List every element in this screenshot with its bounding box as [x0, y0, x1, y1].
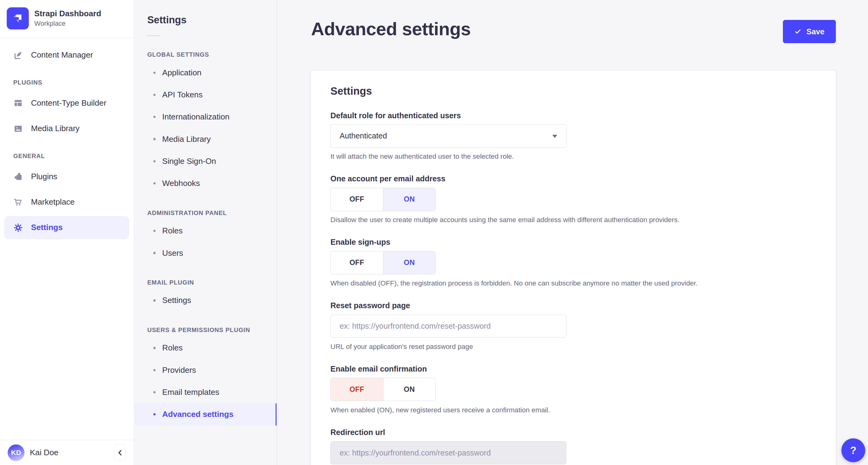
save-button[interactable]: Save	[783, 20, 836, 43]
subnav-item-webhooks[interactable]: Webhooks	[134, 172, 277, 195]
sign-ups-toggle-off[interactable]: OFF	[331, 252, 383, 274]
puzzle-icon	[13, 172, 23, 182]
bullet-icon	[153, 160, 156, 162]
main-sidebar: Strapi Dashboard Workplace Content Manag…	[0, 0, 134, 465]
field-reset-password: Reset password page URL of your applicat…	[330, 301, 816, 351]
subnav-item-label: Media Library	[162, 135, 211, 144]
field-label: Enable sign-ups	[330, 238, 816, 246]
email-confirmation-toggle-on[interactable]: ON	[383, 378, 435, 401]
save-button-label: Save	[806, 27, 825, 36]
field-hint: When disabled (OFF), the registration pr…	[330, 279, 816, 287]
field-label: Enable email confirmation	[330, 365, 816, 373]
subnav-section-global-settings: GLOBAL SETTINGS	[134, 51, 277, 62]
subnav-item-providers[interactable]: Providers	[134, 359, 277, 381]
card-title: Settings	[330, 85, 816, 97]
subnav-title: Settings	[134, 0, 277, 26]
subnav-item-label: Single Sign-On	[162, 156, 216, 166]
bullet-icon	[153, 182, 156, 184]
default-role-select[interactable]: Authenticated	[330, 124, 566, 148]
gear-icon	[13, 223, 23, 233]
bullet-icon	[153, 94, 156, 96]
subnav-item-label: Email templates	[162, 387, 219, 397]
sidebar-item-settings[interactable]: Settings	[4, 216, 129, 239]
subnav-item-advanced-settings[interactable]: Advanced settings	[134, 403, 277, 426]
cart-icon	[13, 197, 23, 207]
divider	[147, 35, 160, 36]
field-sign-ups: Enable sign-ups OFF ON When disabled (OF…	[330, 238, 816, 287]
bullet-icon	[153, 138, 156, 140]
subnav-item-label: Settings	[162, 296, 191, 305]
subnav-item-single-sign-on[interactable]: Single Sign-On	[134, 150, 277, 172]
sidebar-item-content-manager[interactable]: Content Manager	[0, 42, 134, 68]
bullet-icon	[153, 230, 156, 232]
subnav-item-api-tokens[interactable]: API Tokens	[134, 84, 277, 106]
subnav-item-label: Application	[162, 68, 202, 78]
subnav-item-email-settings[interactable]: Settings	[134, 289, 277, 312]
check-icon	[794, 28, 802, 35]
field-hint: Disallow the user to create multiple acc…	[330, 216, 816, 224]
field-redirection-url: Redirection url	[330, 428, 816, 464]
sidebar-item-plugins[interactable]: Plugins	[0, 164, 134, 189]
bullet-icon	[153, 347, 156, 349]
help-button[interactable]: ?	[841, 438, 865, 462]
brand-workplace: Workplace	[34, 20, 101, 28]
bullet-icon	[153, 413, 156, 415]
main-nav-list: Content Manager PLUGINS Content-Type Bui…	[0, 38, 134, 240]
subnav-item-label: Internationalization	[162, 112, 229, 122]
layout-icon	[13, 98, 23, 108]
sidebar-item-media-library[interactable]: Media Library	[0, 116, 134, 141]
subnav-section-users-permissions-plugin: USERS & PERMISSIONS PLUGIN	[134, 326, 277, 337]
sidebar-item-label: Content Manager	[31, 50, 93, 60]
bullet-icon	[153, 116, 156, 118]
sidebar-item-content-type-builder[interactable]: Content-Type Builder	[0, 90, 134, 116]
subnav-item-application[interactable]: Application	[134, 62, 277, 84]
subnav-item-roles-admin[interactable]: Roles	[134, 220, 277, 242]
field-one-account: One account per email address OFF ON Dis…	[330, 174, 816, 224]
one-account-toggle-on[interactable]: ON	[383, 188, 435, 211]
sidebar-footer: KD Kai Doe	[0, 440, 134, 465]
subnav-item-email-templates[interactable]: Email templates	[134, 381, 277, 403]
subnav-item-label: Roles	[162, 343, 183, 353]
subnav-section-administration-panel: ADMINISTRATION PANEL	[134, 209, 277, 220]
bullet-icon	[153, 252, 156, 254]
chevron-left-icon	[117, 449, 123, 456]
subnav-section-email-plugin: EMAIL PLUGIN	[134, 279, 277, 289]
subnav-item-roles-up[interactable]: Roles	[134, 337, 277, 359]
sign-ups-toggle: OFF ON	[330, 251, 436, 274]
subnav-item-label: Providers	[162, 366, 196, 375]
field-label: Redirection url	[330, 428, 816, 437]
subnav-item-label: Webhooks	[162, 179, 200, 188]
sidebar-item-label: Plugins	[31, 172, 57, 181]
brand-name: Strapi Dashboard	[34, 9, 101, 19]
edit-pen-icon	[13, 50, 23, 60]
subnav-item-internationalization[interactable]: Internationalization	[134, 106, 277, 128]
field-hint: It will attach the new authenticated use…	[330, 152, 816, 161]
subnav-item-users[interactable]: Users	[134, 242, 277, 264]
bullet-icon	[153, 299, 156, 301]
subnav-item-label: Users	[162, 249, 183, 258]
reset-password-input[interactable]	[330, 315, 566, 338]
sidebar-item-label: Settings	[31, 223, 62, 232]
picture-icon	[13, 124, 23, 134]
subnav-item-label: Advanced settings	[162, 410, 234, 419]
email-confirmation-toggle-off[interactable]: OFF	[331, 378, 383, 401]
one-account-toggle-off[interactable]: OFF	[331, 188, 383, 211]
field-default-role: Default role for authenticated users Aut…	[330, 111, 816, 161]
strapi-logo-icon	[7, 7, 29, 29]
sign-ups-toggle-on[interactable]: ON	[383, 252, 435, 274]
subnav-item-media-library[interactable]: Media Library	[134, 128, 277, 150]
chevron-down-icon	[552, 135, 557, 138]
field-hint: URL of your application's reset password…	[330, 343, 816, 351]
field-label: One account per email address	[330, 174, 816, 183]
avatar[interactable]: KD	[8, 444, 24, 461]
nav-section-general: GENERAL	[0, 141, 134, 164]
sidebar-item-label: Media Library	[31, 124, 80, 133]
one-account-toggle: OFF ON	[330, 188, 436, 211]
sidebar-item-label: Marketplace	[31, 197, 75, 207]
collapse-sidebar-button[interactable]	[114, 444, 126, 460]
bullet-icon	[153, 391, 156, 393]
settings-sub-nav: Settings GLOBAL SETTINGS Application API…	[134, 0, 277, 465]
sidebar-item-marketplace[interactable]: Marketplace	[0, 189, 134, 215]
question-mark-icon: ?	[850, 444, 857, 457]
workplace-switcher[interactable]: Strapi Dashboard Workplace	[0, 0, 134, 36]
